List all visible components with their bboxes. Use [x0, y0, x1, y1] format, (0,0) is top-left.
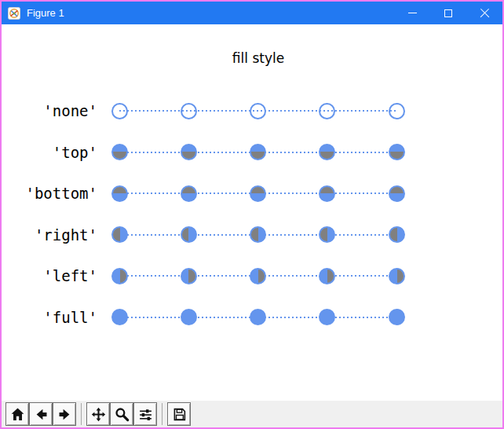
marker-bottom [319, 185, 335, 202]
row-label: 'right' [5, 226, 97, 244]
row-label: 'left' [5, 266, 97, 285]
marker-none [111, 103, 128, 119]
marker-bottom [250, 185, 266, 202]
row-label: 'full' [5, 308, 97, 327]
marker-full [319, 309, 335, 325]
marker-top [319, 144, 335, 160]
arrow-right-icon [57, 407, 72, 422]
home-icon [10, 407, 25, 422]
close-icon [480, 8, 490, 18]
navigation-toolbar [2, 401, 502, 427]
marker-bottom [181, 185, 197, 202]
marker-full [111, 309, 128, 325]
magnifier-icon [115, 407, 130, 422]
marker-none [389, 103, 405, 119]
figure-window: Figure 1 fill style 'none''top''bottom''… [0, 0, 504, 429]
forward-button[interactable] [53, 402, 76, 426]
marker-full [389, 309, 405, 325]
marker-bottom [111, 185, 128, 202]
marker-right [111, 226, 128, 243]
marker-right [389, 226, 405, 243]
figure-canvas[interactable]: fill style 'none''top''bottom''right''le… [2, 24, 502, 401]
marker-right [250, 226, 266, 243]
marker-full [250, 309, 266, 325]
row-label: 'bottom' [5, 184, 97, 203]
marker-left [250, 268, 266, 284]
sliders-icon [138, 407, 153, 422]
titlebar: Figure 1 [2, 2, 502, 24]
home-button[interactable] [5, 402, 29, 426]
marker-right [319, 226, 335, 243]
marker-none [181, 103, 197, 119]
marker-top [181, 144, 197, 160]
arrow-left-icon [34, 407, 49, 422]
window-controls [394, 2, 502, 24]
floppy-disk-icon [172, 407, 187, 422]
minimize-icon [408, 13, 417, 13]
marker-top [250, 144, 266, 160]
window-title: Figure 1 [27, 7, 64, 19]
marker-left [111, 268, 128, 284]
marker-none [319, 103, 335, 119]
marker-top [389, 144, 405, 160]
maximize-button[interactable] [430, 2, 466, 24]
marker-left [181, 268, 197, 284]
configure-subplots-button[interactable] [133, 402, 157, 426]
marker-right [181, 226, 197, 243]
zoom-to-rect-button[interactable] [110, 402, 133, 426]
marker-full [181, 309, 197, 325]
move-cross-icon [91, 407, 106, 422]
marker-none [250, 103, 266, 119]
toolbar-separator [81, 403, 82, 425]
row-label: 'top' [5, 143, 97, 162]
pan-button[interactable] [86, 402, 110, 426]
toolbar-separator [162, 403, 163, 425]
matplotlib-app-icon [8, 7, 20, 20]
maximize-icon [444, 9, 452, 17]
marker-left [319, 268, 335, 284]
minimize-button[interactable] [394, 2, 430, 24]
close-button[interactable] [466, 2, 502, 24]
marker-top [111, 144, 128, 160]
row-label: 'none' [5, 101, 97, 120]
marker-left [389, 268, 405, 284]
back-button[interactable] [29, 402, 53, 426]
marker-bottom [389, 185, 405, 202]
chart-title: fill style [232, 50, 284, 66]
save-button[interactable] [167, 402, 191, 426]
